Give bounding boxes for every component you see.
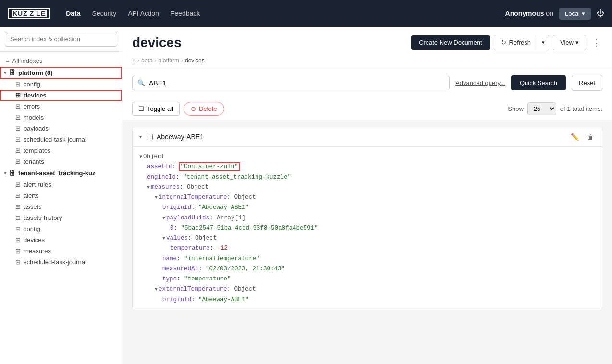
grid-icon: ⊞ [15, 125, 21, 132]
power-button[interactable]: ⏻ [597, 9, 604, 18]
collection-tenant-devices[interactable]: ⊞ devices [0, 234, 122, 245]
collection-payloads[interactable]: ⊞ payloads [0, 123, 122, 134]
nav-api-action[interactable]: API Action [128, 10, 159, 17]
collection-config[interactable]: ⊞ config [0, 79, 122, 90]
document-card-header: ▾ Abeeway-ABE1 ✏️ 🗑 [133, 127, 602, 147]
breadcrumb-data[interactable]: data [141, 57, 152, 64]
quick-search-button[interactable]: Quick Search [511, 75, 566, 90]
index-platform-label: platform (8) [18, 69, 53, 76]
header-actions: Create New Document ↻ Refresh ▾ View ▾ ⋮ [411, 35, 602, 50]
delete-icon: ⊖ [191, 105, 196, 112]
index-group-platform: ▾ 🗄 platform (8) ⊞ config ⊞ devices ⊞ [0, 67, 122, 167]
grid-icon: ⊞ [15, 158, 21, 165]
list-icon: ≡ [6, 57, 10, 64]
document-card: ▾ Abeeway-ABE1 ✏️ 🗑 ▼Object assetId: "Co… [132, 127, 602, 310]
logo[interactable]: KUZZLE [8, 8, 50, 19]
page-title: devices [132, 35, 182, 50]
view-button[interactable]: View ▾ [553, 35, 586, 50]
line-engineId: engineId: "tenant-asset_tracking-kuzzle" [139, 172, 595, 182]
content-header: devices Create New Document ↻ Refresh ▾ … [122, 27, 612, 69]
line-measures: ▼measures: Object [139, 182, 595, 193]
grid-icon: ⊞ [15, 92, 21, 99]
doc-checkbox[interactable] [147, 134, 153, 140]
grid-icon: ⊞ [15, 181, 21, 188]
line-originId: originId: "Abeeway-ABE1" [139, 203, 595, 213]
refresh-button[interactable]: ↻ Refresh [494, 35, 539, 50]
db-icon: 🗄 [9, 69, 15, 76]
sidebar: ≡ All indexes ▾ 🗄 platform (8) ⊞ config … [0, 27, 122, 364]
grid-icon: ⊞ [15, 136, 21, 143]
collection-assets[interactable]: ⊞ assets [0, 201, 122, 212]
search-bar-area: 🔍 Advanced query... Quick Search Reset [122, 69, 612, 97]
db-icon: 🗄 [9, 170, 15, 177]
logo-rest: LE [35, 10, 47, 17]
collection-assets-history[interactable]: ⊞ assets-history [0, 212, 122, 223]
collection-models[interactable]: ⊞ models [0, 112, 122, 123]
grid-icon: ⊞ [15, 236, 21, 243]
line-measuredAt: measuredAt: "02/03/2023, 21:30:43" [139, 264, 595, 274]
home-icon[interactable]: ⌂ [132, 57, 135, 64]
grid-icon: ⊞ [15, 247, 21, 255]
edit-button[interactable]: ✏️ [569, 132, 581, 142]
line-name: name: "internalTemperature" [139, 254, 595, 264]
per-page-select[interactable]: 25 50 100 [527, 102, 556, 115]
tenant-collections: ⊞ alert-rules ⊞ alerts ⊞ assets ⊞ assets… [0, 179, 122, 267]
breadcrumb: ⌂ › data › platform › devices [132, 54, 602, 69]
collection-templates[interactable]: ⊞ templates [0, 145, 122, 156]
nav-data[interactable]: Data [66, 10, 80, 17]
document-id: Abeeway-ABE1 [157, 133, 204, 141]
table-actions: ☐ Toggle all ⊖ Delete Show 25 50 100 of … [122, 97, 612, 121]
delete-doc-button[interactable]: 🗑 [585, 132, 595, 142]
collection-tenants[interactable]: ⊞ tenants [0, 156, 122, 167]
collection-alerts[interactable]: ⊞ alerts [0, 190, 122, 201]
data-area: ▾ Abeeway-ABE1 ✏️ 🗑 ▼Object assetId: "Co… [122, 121, 612, 364]
collection-tenant-scheduled[interactable]: ⊞ scheduled-task-journal [0, 256, 122, 267]
env-selector[interactable]: Local ▾ [559, 8, 591, 20]
line-externalTemp: ▼externalTemperature: Object [139, 284, 595, 294]
sidebar-all-indexes[interactable]: ≡ All indexes [0, 55, 122, 67]
line-type: type: "temperature" [139, 274, 595, 284]
line-assetId: assetId: "Container-zulu" [139, 162, 595, 172]
advanced-query-link[interactable]: Advanced query... [455, 79, 505, 86]
index-tenant[interactable]: ▾ 🗄 tenant-asset_tracking-kuz [0, 167, 122, 179]
collapse-icon[interactable]: ▾ [139, 134, 142, 140]
logo-text: KUZ [12, 10, 29, 17]
collection-scheduled-task-journal[interactable]: ⊞ scheduled-task-journal [0, 134, 122, 145]
show-info: Show 25 50 100 of 1 total items. [508, 102, 602, 115]
toggle-all-button[interactable]: ☐ Toggle all [132, 102, 180, 116]
search-icon: 🔍 [137, 79, 145, 86]
grid-icon: ⊞ [15, 81, 21, 88]
collection-alert-rules[interactable]: ⊞ alert-rules [0, 179, 122, 190]
nav-security[interactable]: Security [92, 10, 117, 17]
search-input[interactable] [149, 79, 444, 87]
collection-errors[interactable]: ⊞ errors [0, 101, 122, 112]
nav-right: Anonymous on Local ▾ ⏻ [505, 8, 604, 20]
grid-icon: ⊞ [15, 192, 21, 199]
index-tenant-label: tenant-asset_tracking-kuz [18, 170, 95, 177]
search-row: 🔍 Advanced query... Quick Search Reset [132, 75, 602, 91]
delete-button[interactable]: ⊖ Delete [184, 102, 224, 116]
nav-feedback[interactable]: Feedback [171, 10, 200, 17]
refresh-button-group: ↻ Refresh ▾ [494, 35, 550, 50]
logo-highlight: Z [29, 10, 36, 17]
chevron-icon: ▾ [4, 170, 6, 176]
search-index-input[interactable] [5, 32, 117, 47]
collection-measures[interactable]: ⊞ measures [0, 245, 122, 256]
create-document-button[interactable]: Create New Document [411, 35, 490, 50]
reset-button[interactable]: Reset [572, 75, 602, 91]
index-platform[interactable]: ▾ 🗄 platform (8) [0, 67, 122, 79]
line-object: ▼Object [139, 152, 595, 162]
collection-tenant-config[interactable]: ⊞ config [0, 223, 122, 234]
navbar: KUZZLE Data Security API Action Feedback… [0, 0, 612, 27]
breadcrumb-platform[interactable]: platform [159, 57, 179, 64]
grid-icon: ⊞ [15, 114, 21, 121]
collection-devices[interactable]: ⊞ devices [0, 90, 122, 101]
more-options-button[interactable]: ⋮ [590, 36, 602, 50]
line-internalTemp: ▼internalTemperature: Object [139, 193, 595, 203]
checkbox-icon: ☐ [138, 105, 144, 112]
nav-user: Anonymous on [505, 10, 553, 17]
breadcrumb-current: devices [185, 57, 205, 64]
refresh-caret-button[interactable]: ▾ [538, 35, 549, 50]
line-payloadUuids: ▼payloadUuids: Array[1] [139, 213, 595, 223]
index-group-tenant: ▾ 🗄 tenant-asset_tracking-kuz ⊞ alert-ru… [0, 167, 122, 267]
